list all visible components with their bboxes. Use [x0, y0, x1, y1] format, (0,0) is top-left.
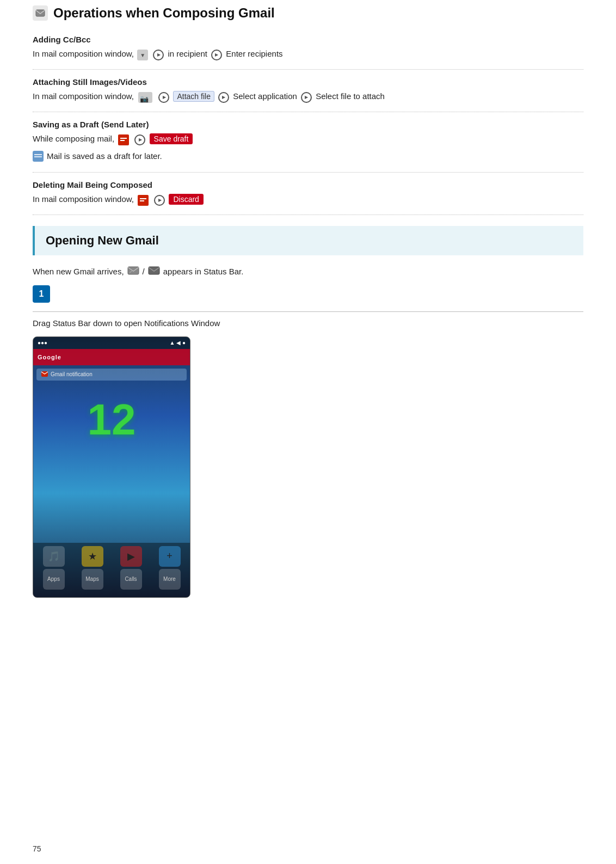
ss-dock-icon-d: More — [159, 569, 181, 590]
ss-notification-item: Gmail notification — [36, 369, 187, 381]
section-attaching: Attaching Still Images/Videos In mail co… — [33, 70, 583, 112]
ss-dock-icon-b: Maps — [82, 569, 103, 590]
ss-dock-icon-music: 🎵 — [43, 546, 65, 567]
opening-gmail-section: Opening New Gmail — [33, 226, 583, 255]
ss-icons: ▲ ◀ ● — [170, 340, 186, 346]
section-body-delete: In mail composition window, Discard — [33, 192, 583, 207]
step-1-row: 1 — [33, 285, 583, 305]
cc-action: Enter recipients — [226, 49, 282, 58]
ss-dock-row-2: Apps Maps Calls More — [35, 569, 188, 590]
draft-note-text: Mail is saved as a draft for later. — [47, 149, 162, 163]
ss-dock-icon-yellow: ★ — [82, 546, 103, 567]
arrow-icon-7 — [153, 193, 165, 207]
ss-dock-icon-blue: + — [159, 546, 181, 567]
ss-statusbar: ●●● ▲ ◀ ● — [33, 337, 190, 349]
section-heading-draft: Saving as a Draft (Send Later) — [33, 120, 583, 129]
ss-dock-icon-a: Apps — [43, 569, 65, 590]
step-badge-1: 1 — [33, 285, 50, 303]
divider-1 — [33, 311, 583, 312]
cc-body-prefix: In mail composition window, — [33, 49, 134, 58]
page-number: 75 — [33, 844, 41, 853]
svg-rect-1 — [128, 267, 139, 274]
ss-app-label: Google — [38, 354, 61, 360]
ss-notif-text: Gmail notification — [51, 371, 93, 377]
note-icon — [33, 151, 44, 162]
section-heading-cc: Adding Cc/Bcc — [33, 35, 583, 44]
section-body-attach: In mail composition window, Attach file … — [33, 89, 583, 104]
screenshot-notification: ●●● ▲ ◀ ● Google Gmail notification 12 🎵… — [33, 336, 190, 598]
ss-dock-icon-red: ▶ — [120, 546, 142, 567]
ss-time: ●●● — [38, 340, 47, 346]
draft-prefix: While composing mail, — [33, 134, 114, 143]
arrow-icon-3 — [158, 90, 170, 104]
dropdown-icon — [137, 47, 148, 62]
attach-file-label[interactable]: Attach file — [173, 91, 214, 102]
arrow-icon-4 — [218, 90, 230, 104]
section-save-draft: Saving as a Draft (Send Later) While com… — [33, 112, 583, 173]
arrow-icon-5 — [300, 90, 312, 104]
select-application-text: Select application — [233, 91, 297, 101]
mail-icon-2 — [148, 266, 160, 277]
section-body-cc: In mail composition window, in recipient… — [33, 47, 583, 62]
slash-separator: / — [143, 267, 145, 276]
compose-icon-delete — [137, 193, 149, 207]
ss-appbar: Google — [33, 349, 190, 365]
camera-icon — [137, 90, 153, 104]
arrow-icon-1 — [152, 47, 164, 62]
composing-title-icon — [33, 5, 48, 21]
opening-gmail-title: Opening New Gmail — [46, 234, 572, 248]
discard-label[interactable]: Discard — [169, 194, 203, 205]
cc-body-suffix: in recipient — [168, 49, 207, 58]
drag-statusbar-text: Drag Status Bar down to open Notificatio… — [33, 318, 583, 328]
ss-clock-number: 12 — [33, 384, 190, 445]
save-draft-label[interactable]: Save draft — [150, 133, 193, 144]
ss-dock-icon-c: Calls — [120, 569, 142, 590]
section-heading-attach: Attaching Still Images/Videos — [33, 77, 583, 87]
draft-line1: While composing mail, Save draft — [33, 132, 583, 146]
attach-body-prefix: In mail composition window, — [33, 91, 134, 101]
menu-icon — [118, 132, 130, 146]
section-body-draft: While composing mail, Save draft Mail is… — [33, 132, 583, 163]
mail-icon-1 — [127, 266, 139, 277]
svg-rect-3 — [149, 267, 159, 274]
section-heading-delete: Deleting Mail Being Composed — [33, 180, 583, 189]
arrives-suffix: appears in Status Bar. — [163, 267, 244, 276]
ss-dock-row-1: 🎵 ★ ▶ + — [35, 546, 188, 567]
delete-prefix: In mail composition window, — [33, 194, 134, 204]
arrow-icon-2 — [211, 47, 223, 62]
arrives-text-row: When new Gmail arrives, / appears in Sta… — [33, 266, 583, 277]
composing-title-row: Operations when Composing Gmail — [33, 5, 583, 21]
section-adding-cc: Adding Cc/Bcc In mail composition window… — [33, 27, 583, 70]
select-file-text: Select file to attach — [316, 91, 385, 101]
section-delete-mail: Deleting Mail Being Composed In mail com… — [33, 173, 583, 215]
composing-title: Operations when Composing Gmail — [53, 5, 275, 21]
arrives-prefix: When new Gmail arrives, — [33, 267, 124, 276]
draft-note-line: Mail is saved as a draft for later. — [33, 149, 583, 163]
arrow-icon-6 — [134, 132, 146, 146]
ss-dock: 🎵 ★ ▶ + Apps Maps Calls More — [33, 543, 190, 597]
svg-rect-0 — [36, 10, 45, 16]
